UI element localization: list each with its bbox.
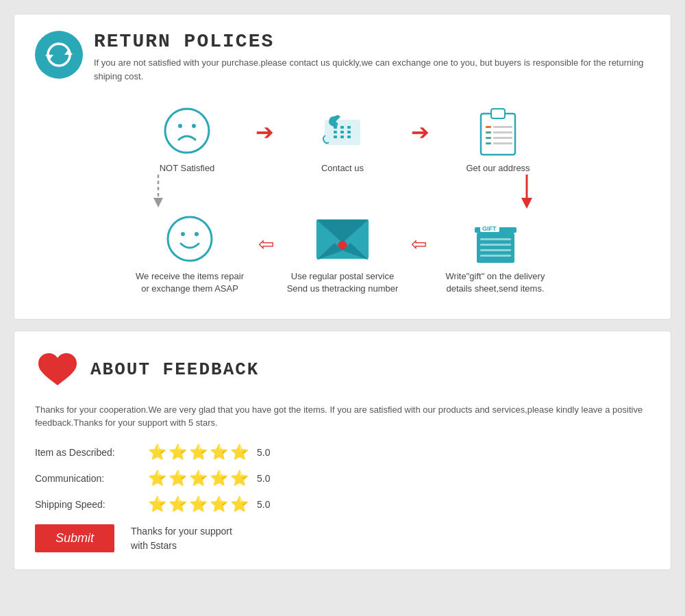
flow-diagram: NOT Satisfied ➔ — [35, 97, 650, 303]
svg-rect-18 — [486, 131, 491, 133]
svg-marker-1 — [45, 55, 53, 60]
svg-rect-11 — [347, 131, 351, 133]
return-header-text: RETURN POLICES If you are not satisfied … — [94, 31, 650, 83]
stars-1: ⭐ ⭐ ⭐ ⭐ ⭐ — [148, 444, 249, 461]
arrow-left-1: ⇦ — [258, 233, 274, 255]
stars-2: ⭐ ⭐ ⭐ ⭐ ⭐ — [148, 470, 249, 487]
svg-rect-13 — [340, 136, 344, 138]
svg-rect-17 — [486, 126, 491, 128]
svg-rect-15 — [481, 114, 515, 155]
giftbox-icon: GIFT — [468, 211, 523, 266]
arrow-right-1: ➔ — [256, 119, 274, 145]
flow-row-1: NOT Satisfied ➔ — [35, 103, 650, 175]
dashed-down-arrow — [97, 175, 220, 209]
svg-point-4 — [192, 124, 196, 128]
submit-row: Submit Thanks for your supportwith 5star… — [35, 524, 650, 553]
phone-icon — [315, 103, 370, 158]
feedback-description: Thanks for your cooperation.We are very … — [35, 403, 650, 430]
svg-rect-21 — [493, 126, 512, 128]
clipboard-icon — [471, 103, 525, 158]
sad-face-icon — [160, 103, 214, 158]
submit-button[interactable]: Submit — [35, 524, 114, 552]
svg-rect-10 — [340, 131, 344, 133]
rating-score-2: 5.0 — [257, 473, 270, 484]
connector-row — [35, 175, 650, 209]
envelope-icon — [315, 211, 370, 266]
svg-marker-28 — [521, 198, 532, 209]
address-label: Get our address — [466, 162, 530, 175]
rating-label-3: Shipping Speed: — [35, 499, 148, 510]
svg-point-29 — [168, 217, 212, 261]
happy-face-icon — [162, 211, 217, 266]
svg-rect-22 — [493, 131, 512, 133]
svg-rect-8 — [347, 126, 351, 129]
svg-rect-19 — [486, 137, 491, 139]
svg-rect-42 — [480, 244, 511, 246]
flow-item-address: Get our address — [436, 103, 560, 175]
flow-item-postal: Use regular postal serviceSend us thetra… — [281, 211, 404, 295]
svg-rect-16 — [491, 109, 505, 118]
flow-item-receive: We receive the items repairor exchange t… — [128, 211, 251, 295]
flow-item-contact: Contact us — [281, 103, 404, 175]
svg-text:GIFT: GIFT — [482, 225, 497, 232]
heart-icon — [35, 348, 79, 392]
svg-rect-44 — [480, 255, 511, 257]
flow-row-2: We receive the items repairor exchange t… — [35, 211, 650, 295]
svg-rect-14 — [347, 136, 351, 138]
svg-point-2 — [165, 109, 209, 153]
arrow-left-2: ⇦ — [411, 233, 427, 255]
rating-row-2: Communication: ⭐ ⭐ ⭐ ⭐ ⭐ 5.0 — [35, 470, 650, 487]
feedback-header: ABOUT FEEDBACK — [35, 348, 650, 392]
return-description: If you are not satisfied with your purch… — [94, 56, 650, 83]
svg-rect-9 — [334, 131, 337, 133]
return-icon — [35, 31, 83, 79]
postal-label: Use regular postal serviceSend us thetra… — [287, 270, 399, 295]
contact-label: Contact us — [321, 162, 364, 175]
svg-marker-0 — [64, 49, 73, 55]
rating-score-1: 5.0 — [257, 447, 270, 458]
return-title: RETURN POLICES — [94, 31, 650, 52]
svg-rect-7 — [340, 126, 344, 129]
flow-item-not-satisfied: NOT Satisfied — [125, 103, 249, 175]
svg-rect-38 — [477, 233, 514, 263]
arrow-right-2: ➔ — [411, 119, 429, 145]
feedback-title: ABOUT FEEDBACK — [90, 359, 259, 380]
svg-rect-12 — [334, 136, 337, 138]
return-policies-card: RETURN POLICES If you are not satisfied … — [14, 14, 671, 320]
svg-rect-24 — [493, 142, 512, 144]
red-down-arrow — [465, 175, 588, 209]
submit-note: Thanks for your supportwith 5stars — [131, 524, 232, 553]
rating-label-2: Communication: — [35, 473, 148, 484]
svg-rect-6 — [334, 126, 337, 129]
rating-row-3: Shipping Speed: ⭐ ⭐ ⭐ ⭐ ⭐ 5.0 — [35, 496, 650, 513]
flow-item-gift: GIFT Write"gift" on the deliverydetails … — [434, 211, 557, 295]
receive-label: We receive the items repairor exchange t… — [136, 270, 244, 295]
svg-point-31 — [195, 232, 199, 236]
svg-rect-23 — [493, 137, 512, 139]
svg-point-3 — [178, 124, 182, 128]
not-satisfied-label: NOT Satisfied — [160, 162, 215, 175]
feedback-card: ABOUT FEEDBACK Thanks for your cooperati… — [14, 331, 671, 570]
svg-marker-26 — [153, 198, 163, 207]
rating-row-1: Item as Described: ⭐ ⭐ ⭐ ⭐ ⭐ 5.0 — [35, 444, 650, 461]
return-header: RETURN POLICES If you are not satisfied … — [35, 31, 650, 83]
svg-point-30 — [181, 232, 185, 236]
stars-3: ⭐ ⭐ ⭐ ⭐ ⭐ — [148, 496, 249, 513]
gift-label: Write"gift" on the deliverydetails sheet… — [446, 270, 545, 295]
feedback-title-wrap: ABOUT FEEDBACK — [90, 359, 259, 380]
rating-label-1: Item as Described: — [35, 447, 148, 458]
svg-rect-41 — [480, 238, 511, 240]
svg-rect-20 — [486, 142, 491, 144]
rating-score-3: 5.0 — [257, 499, 270, 510]
svg-rect-43 — [480, 249, 511, 251]
